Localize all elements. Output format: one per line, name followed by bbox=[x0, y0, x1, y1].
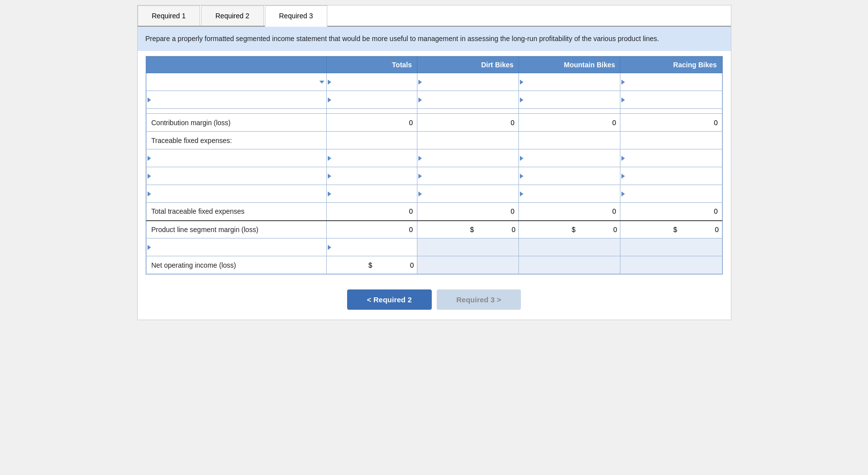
total-traceable-racing-input[interactable] bbox=[623, 207, 717, 215]
total-traceable-label: Total traceable fixed expenses bbox=[146, 203, 327, 221]
total-traceable-row: Total traceable fixed expenses bbox=[146, 203, 722, 221]
table-row bbox=[146, 185, 722, 203]
row-arrow-icon bbox=[148, 245, 151, 250]
traceable-item3-totals[interactable] bbox=[327, 185, 417, 203]
traceable-item3-mountain-input[interactable] bbox=[522, 190, 617, 198]
cell-arrow-icon bbox=[520, 191, 523, 196]
total-traceable-mountain[interactable] bbox=[519, 203, 620, 221]
cell-arrow-icon bbox=[418, 97, 422, 102]
tab-required-1[interactable]: Required 1 bbox=[138, 5, 201, 26]
cell-arrow-icon bbox=[621, 156, 625, 161]
traceable-item3-racing-input[interactable] bbox=[623, 190, 718, 198]
total-traceable-totals-input[interactable] bbox=[330, 207, 412, 215]
traceable-item2-dirt-input[interactable] bbox=[420, 172, 515, 180]
next-button[interactable]: Required 3 > bbox=[437, 289, 521, 310]
dollar-sign-racing: $ bbox=[673, 226, 677, 234]
contribution-margin-dirt[interactable] bbox=[417, 114, 518, 132]
table-row bbox=[146, 238, 722, 256]
traceable-item3-totals-input[interactable] bbox=[330, 190, 413, 198]
row2-mountain-input[interactable] bbox=[522, 96, 617, 104]
cell-arrow-icon bbox=[418, 191, 422, 196]
traceable-item3-racing[interactable] bbox=[620, 185, 722, 203]
row1-dirt-input[interactable] bbox=[420, 78, 515, 86]
segment-margin-row: Product line segment margin (loss) $ $ bbox=[146, 221, 722, 238]
row1-dirt-cell[interactable] bbox=[417, 73, 518, 91]
total-traceable-dirt[interactable] bbox=[417, 203, 518, 221]
row2-totals-input[interactable] bbox=[330, 96, 413, 104]
total-traceable-dirt-input[interactable] bbox=[420, 207, 514, 215]
table-row bbox=[146, 149, 722, 167]
cell-arrow-icon bbox=[418, 174, 422, 179]
tab-required-3[interactable]: Required 3 bbox=[265, 5, 328, 27]
cell-arrow-icon bbox=[520, 174, 523, 179]
cell-arrow-icon bbox=[621, 191, 625, 196]
traceable-item2-dirt[interactable] bbox=[417, 167, 518, 185]
dollar-sign-mountain: $ bbox=[571, 226, 575, 234]
traceable-item3-dirt-input[interactable] bbox=[420, 190, 515, 198]
traceable-item1-dirt[interactable] bbox=[417, 149, 518, 167]
contribution-racing-input[interactable] bbox=[623, 119, 717, 127]
segment-margin-mountain-cell[interactable]: $ bbox=[519, 221, 620, 238]
contribution-margin-totals[interactable] bbox=[327, 114, 417, 132]
traceable-item1-totals[interactable] bbox=[327, 149, 417, 167]
traceable-item2-mountain[interactable] bbox=[519, 167, 620, 185]
traceable-item1-racing-input[interactable] bbox=[623, 154, 718, 162]
contribution-totals-input[interactable] bbox=[330, 119, 412, 127]
traceable-item1-label bbox=[146, 149, 327, 167]
traceable-item3-mountain[interactable] bbox=[519, 185, 620, 203]
segment-margin-label: Product line segment margin (loss) bbox=[146, 221, 327, 238]
row2-dirt-cell[interactable] bbox=[417, 91, 518, 109]
row2-racing-cell[interactable] bbox=[620, 91, 722, 109]
traceable-label-row: Traceable fixed expenses: bbox=[146, 132, 722, 149]
segment-margin-totals-input[interactable] bbox=[330, 226, 412, 234]
contribution-margin-mountain[interactable] bbox=[519, 114, 620, 132]
contribution-margin-racing[interactable] bbox=[620, 114, 722, 132]
segment-margin-racing-input[interactable] bbox=[679, 226, 719, 234]
total-traceable-racing[interactable] bbox=[620, 203, 722, 221]
row2-totals-cell[interactable] bbox=[327, 91, 417, 109]
segment-margin-racing-cell[interactable]: $ bbox=[620, 221, 722, 238]
sub-row-totals-input[interactable] bbox=[330, 243, 413, 251]
row1-totals-cell[interactable] bbox=[327, 73, 417, 91]
contribution-mountain-input[interactable] bbox=[522, 119, 616, 127]
traceable-item3-dirt[interactable] bbox=[417, 185, 518, 203]
table-row bbox=[146, 73, 722, 91]
row2-dirt-input[interactable] bbox=[420, 96, 515, 104]
total-traceable-mountain-input[interactable] bbox=[522, 207, 616, 215]
traceable-item1-mountain-input[interactable] bbox=[522, 154, 617, 162]
row1-racing-cell[interactable] bbox=[620, 73, 722, 91]
traceable-item1-mountain[interactable] bbox=[519, 149, 620, 167]
row1-mountain-cell[interactable] bbox=[519, 73, 620, 91]
sub-row-totals[interactable] bbox=[327, 238, 417, 256]
contribution-dirt-input[interactable] bbox=[420, 119, 514, 127]
row1-label-dropdown[interactable] bbox=[146, 73, 327, 91]
net-operating-totals-input[interactable] bbox=[374, 261, 414, 269]
cell-arrow-icon bbox=[520, 156, 523, 161]
row1-totals-input[interactable] bbox=[330, 78, 413, 86]
row1-racing-input[interactable] bbox=[623, 78, 718, 86]
net-operating-totals-cell[interactable]: $ bbox=[327, 256, 417, 274]
table-row bbox=[146, 109, 722, 114]
segment-margin-mountain-input[interactable] bbox=[577, 226, 617, 234]
row2-mountain-cell[interactable] bbox=[519, 91, 620, 109]
row2-racing-input[interactable] bbox=[623, 96, 718, 104]
traceable-item1-dirt-input[interactable] bbox=[420, 154, 515, 162]
row2-label-cell bbox=[146, 91, 327, 109]
header-dirt: Dirt Bikes bbox=[417, 57, 518, 73]
net-operating-income-row: Net operating income (loss) $ bbox=[146, 256, 722, 274]
segment-margin-dirt-input[interactable] bbox=[476, 226, 515, 234]
segment-margin-dirt-cell[interactable]: $ bbox=[417, 221, 518, 238]
traceable-item2-totals[interactable] bbox=[327, 167, 417, 185]
traceable-item2-totals-input[interactable] bbox=[330, 172, 413, 180]
traceable-item1-totals-input[interactable] bbox=[330, 154, 413, 162]
cell-arrow-icon bbox=[520, 80, 523, 85]
prev-button[interactable]: < Required 2 bbox=[347, 289, 431, 310]
traceable-item2-mountain-input[interactable] bbox=[522, 172, 617, 180]
segment-margin-totals[interactable] bbox=[327, 221, 417, 238]
traceable-item2-racing[interactable] bbox=[620, 167, 722, 185]
traceable-item1-racing[interactable] bbox=[620, 149, 722, 167]
traceable-item2-racing-input[interactable] bbox=[623, 172, 718, 180]
tab-required-2[interactable]: Required 2 bbox=[201, 5, 264, 26]
total-traceable-totals[interactable] bbox=[327, 203, 417, 221]
row1-mountain-input[interactable] bbox=[522, 78, 617, 86]
